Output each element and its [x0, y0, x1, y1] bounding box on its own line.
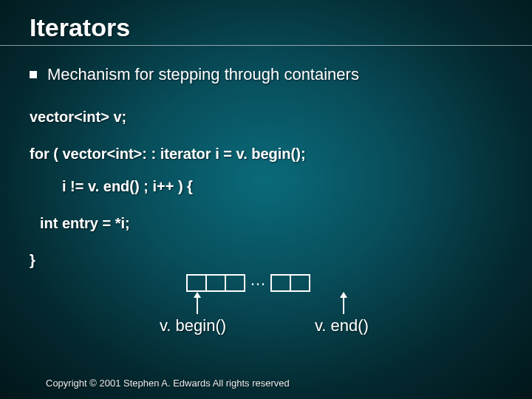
- code-line: }: [30, 248, 505, 272]
- code-line: int entry = *i;: [30, 211, 505, 235]
- title-divider: [0, 45, 532, 46]
- begin-label: v. begin(): [160, 316, 226, 335]
- code-block: vector<int> v; for ( vector<int>: : iter…: [30, 105, 505, 272]
- end-label: v. end(): [315, 316, 369, 335]
- ellipsis: …: [245, 270, 272, 290]
- boxes-row: …: [186, 273, 310, 293]
- arrow-up-icon: [197, 293, 198, 314]
- array-cell: [225, 274, 245, 292]
- slide: Iterators Mechanism for stepping through…: [0, 0, 532, 399]
- slide-title: Iterators: [30, 13, 505, 42]
- copyright-footer: Copyright © 2001 Stephen A. Edwards All …: [46, 378, 290, 389]
- array-cell: [186, 274, 207, 292]
- array-cell: [205, 274, 226, 292]
- arrow-up-icon: [343, 293, 344, 314]
- array-cell: [290, 274, 310, 292]
- bullet-item: Mechanism for stepping through container…: [30, 65, 505, 84]
- code-line: for ( vector<int>: : iterator i = v. beg…: [30, 142, 505, 166]
- code-line: vector<int> v;: [30, 105, 505, 129]
- array-cell: [270, 274, 291, 292]
- iterator-diagram: … v. begin() v. end(): [133, 273, 443, 355]
- bullet-square-icon: [30, 71, 37, 78]
- bullet-text: Mechanism for stepping through container…: [47, 65, 359, 84]
- code-line: i != v. end() ; i++ ) {: [30, 174, 505, 198]
